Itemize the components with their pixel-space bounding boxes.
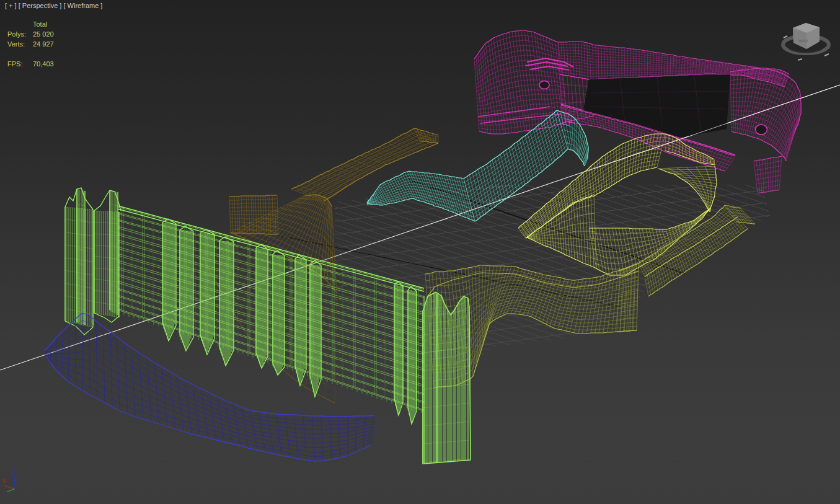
svg-text:BACK: BACK bbox=[799, 39, 808, 43]
svg-text:Total: Total bbox=[33, 20, 47, 28]
svg-text:x: x bbox=[2, 477, 6, 484]
svg-text:70,403: 70,403 bbox=[33, 60, 54, 68]
svg-text:24 927: 24 927 bbox=[33, 40, 54, 48]
svg-text:[ + ] [ Perspective ] [ Wirefr: [ + ] [ Perspective ] [ Wireframe ] bbox=[5, 2, 102, 9]
svg-text:25 020: 25 020 bbox=[33, 30, 54, 38]
svg-text:Verts:: Verts: bbox=[7, 40, 25, 48]
svg-text:Polys:: Polys: bbox=[7, 30, 26, 38]
svg-text:FPS:: FPS: bbox=[7, 60, 22, 68]
svg-text:z: z bbox=[12, 467, 15, 474]
